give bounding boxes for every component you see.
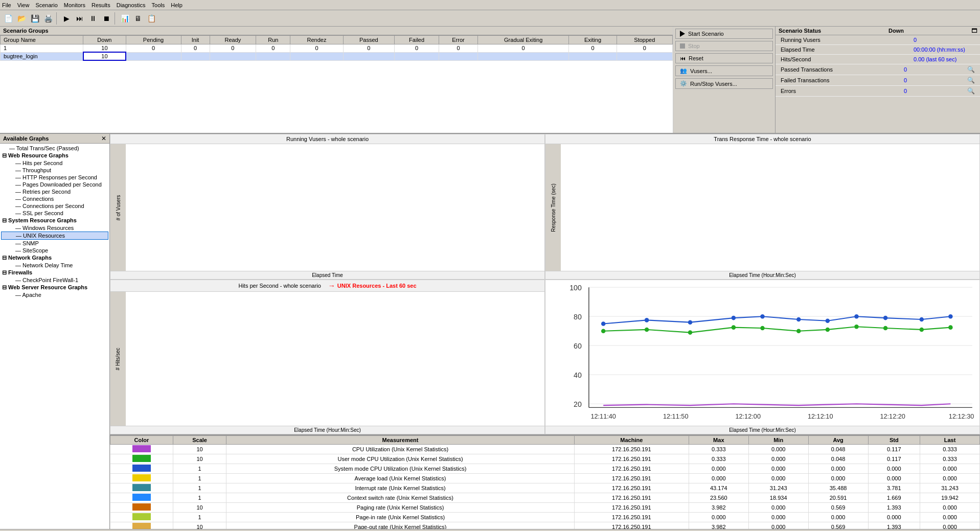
tree-group-web-server[interactable]: ⊟ Web Server Resource Graphs	[1, 284, 108, 291]
tree-group-system-resource[interactable]: ⊟ System Resource Graphs	[1, 217, 108, 224]
toolbar-chart[interactable]: 📊	[119, 12, 131, 25]
graph-running-vusers: Running Vusers - whole scenario # of Vus…	[110, 134, 545, 280]
table-row[interactable]: bugtree_login 10	[1, 52, 673, 60]
graph-trans-response-area: Response Time (sec)	[545, 144, 979, 271]
cell-min: 0.000	[748, 474, 808, 483]
menu-view[interactable]: View	[17, 2, 30, 8]
tree-item-snmp[interactable]: — SNMP	[1, 240, 108, 247]
cell-avg: 0.000	[808, 464, 868, 474]
table-row[interactable]: 10 User mode CPU Utilization (Unix Kerne…	[110, 454, 980, 464]
toolbar-pause[interactable]: ⏸	[87, 12, 99, 25]
toolbar-save[interactable]: 💾	[29, 12, 41, 25]
cell-max: 23.560	[689, 493, 748, 503]
table-row[interactable]: 1 10 0 0 0 0 0 0 0 0 0 0 0	[1, 44, 673, 53]
menu-monitors[interactable]: Monitors	[64, 2, 85, 8]
row1-exiting: 0	[569, 44, 617, 53]
svg-point-32	[883, 326, 887, 331]
tree-item-windows[interactable]: — Windows Resources	[1, 224, 108, 232]
tree-item-throughput[interactable]: — Throughput	[1, 167, 108, 174]
start-scenario-button[interactable]: Start Scenario	[675, 29, 773, 39]
tree-group-network[interactable]: ⊟ Network Graphs	[1, 254, 108, 262]
cell-min: 0.000	[748, 454, 808, 464]
tree-item-connections-per-sec[interactable]: — Connections per Second	[1, 202, 108, 210]
table-row[interactable]: 10 Page-out rate (Unix Kernel Statistics…	[110, 522, 980, 529]
toolbar-report[interactable]: 📋	[145, 12, 157, 25]
cell-scale: 1	[173, 493, 226, 503]
tree-item-ssl[interactable]: — SSL per Second	[1, 210, 108, 217]
hits-ylabel: # Hits/sec	[116, 348, 121, 370]
maximize-icon[interactable]: 🗖	[971, 28, 977, 34]
cell-min: 0.000	[748, 513, 808, 522]
tree-item-sitescope[interactable]: — SiteScope	[1, 247, 108, 254]
toolbar-new[interactable]: 📄	[2, 12, 14, 25]
table-row[interactable]: 1 Average load (Unix Kernel Statistics) …	[110, 474, 980, 483]
cell-scale: 10	[173, 445, 226, 454]
table-row[interactable]: 1 Page-in rate (Unix Kernel Statistics) …	[110, 513, 980, 522]
tree-item-pages[interactable]: — Pages Downloaded per Second	[1, 181, 108, 188]
cell-max: 0.333	[689, 454, 748, 464]
col-down: Down	[83, 36, 126, 44]
toolbar-run1[interactable]: ▶	[60, 12, 73, 25]
table-row[interactable]: 10 Paging rate (Unix Kernel Statistics) …	[110, 503, 980, 513]
available-graphs-panel: Available Graphs ✕ — Total Trans/Sec (Pa…	[0, 134, 110, 529]
tree-item-apache[interactable]: — Apache	[1, 291, 108, 298]
toolbar-screen[interactable]: 🖥	[132, 12, 144, 25]
table-row[interactable]: 10 CPU Utilization (Unix Kernel Statisti…	[110, 445, 980, 454]
col-error: Error	[439, 36, 478, 44]
data-table-section[interactable]: Color Scale Measurement Machine Max Min …	[110, 434, 980, 529]
table-row[interactable]: 1 System mode CPU Utilization (Unix Kern…	[110, 464, 980, 474]
row2-run	[256, 52, 290, 60]
tree-item-total-trans[interactable]: — Total Trans/Sec (Passed)	[1, 145, 108, 152]
failed-transactions-label: Failed Transactions	[781, 77, 904, 83]
menu-diagnostics[interactable]: Diagnostics	[117, 2, 146, 8]
cell-std: 0.117	[868, 454, 920, 464]
menu-help[interactable]: Help	[171, 2, 183, 8]
graphs-tree[interactable]: — Total Trans/Sec (Passed) ⊟ Web Resourc…	[0, 144, 109, 529]
col-scale: Scale	[173, 436, 226, 445]
tree-item-hits[interactable]: — Hits per Second	[1, 159, 108, 167]
cell-scale: 10	[173, 454, 226, 464]
toolbar-run2[interactable]: ⏭	[74, 12, 86, 25]
row2-failed	[395, 52, 439, 60]
tree-group-firewalls[interactable]: ⊟ Firewalls	[1, 269, 108, 276]
tree-item-unix[interactable]: — UNIX Resources	[1, 232, 108, 240]
graph-hits-title: Hits per Second - whole scenario	[238, 283, 321, 289]
toolbar-open[interactable]: 📂	[15, 12, 28, 25]
passed-transactions-label: Passed Transactions	[781, 66, 904, 73]
cell-scale: 10	[173, 503, 226, 513]
tree-item-http[interactable]: — HTTP Responses per Second	[1, 174, 108, 181]
tree-group-web-resource[interactable]: ⊟ Web Resource Graphs	[1, 152, 108, 159]
row2-passed	[343, 52, 395, 60]
errors-search-icon[interactable]: 🔍	[967, 87, 975, 95]
tree-item-network-delay[interactable]: — Network Delay Time	[1, 262, 108, 269]
passed-search-icon[interactable]: 🔍	[967, 66, 975, 73]
stop-button[interactable]: Stop	[675, 41, 773, 51]
menu-file[interactable]: File	[2, 2, 11, 8]
row2-exiting	[569, 52, 617, 60]
tree-item-retries[interactable]: — Retries per Second	[1, 188, 108, 195]
tree-item-checkpoint[interactable]: — CheckPoint FireWall-1	[1, 276, 108, 284]
vusers-button[interactable]: 👥 Vusers...	[675, 65, 773, 76]
menu-tools[interactable]: Tools	[152, 2, 165, 8]
menu-results[interactable]: Results	[92, 2, 110, 8]
table-row[interactable]: 1 Context switch rate (Unix Kernel Stati…	[110, 493, 980, 503]
row2-init	[181, 52, 210, 60]
svg-point-30	[826, 328, 830, 332]
available-graphs-title: Available Graphs	[3, 135, 49, 142]
cell-measurement: CPU Utilization (Unix Kernel Statistics)	[226, 445, 574, 454]
svg-point-20	[854, 314, 858, 319]
reset-button[interactable]: ⏮ Reset	[675, 53, 773, 63]
graph-hits-area: # Hits/sec	[110, 292, 544, 426]
toolbar-print[interactable]: 🖨️	[42, 12, 54, 25]
cell-scale: 1	[173, 483, 226, 493]
menu-scenario[interactable]: Scenario	[35, 2, 57, 8]
svg-point-28	[760, 326, 764, 331]
run-stop-vusers-button[interactable]: ⚙️ Run/Stop Vusers...	[675, 78, 773, 89]
toolbar-stop[interactable]: ⏹	[100, 12, 112, 25]
tree-item-connections[interactable]: — Connections	[1, 195, 108, 202]
failed-search-icon[interactable]: 🔍	[967, 77, 975, 84]
svg-point-17	[760, 314, 764, 319]
close-graphs-panel-button[interactable]: ✕	[101, 135, 106, 142]
table-row[interactable]: 1 Interrupt rate (Unix Kernel Statistics…	[110, 483, 980, 493]
scenario-groups-table-container[interactable]: Group Name Down Pending Init Ready Run R…	[0, 35, 673, 130]
